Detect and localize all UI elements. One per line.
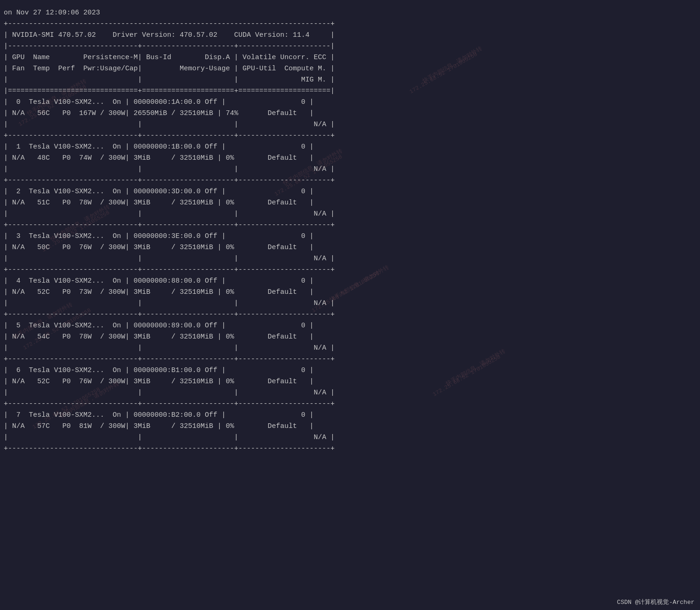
footer-credit: CSDN @计算机视觉-Archer (617, 598, 694, 606)
nvidia-smi-output: on Nov 27 12:09:06 2023 +---------------… (0, 5, 700, 457)
main-container: 快手内部信息，请勿对外转172.25.68.52 1701055258快手内部信… (0, 0, 700, 610)
